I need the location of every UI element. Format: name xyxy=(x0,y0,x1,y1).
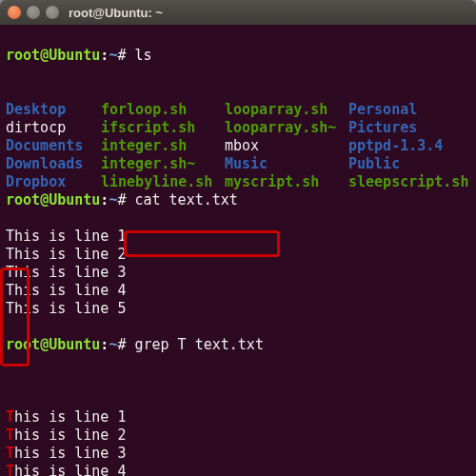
ls-entry: Music xyxy=(225,155,268,172)
ls-entry: linebyline.sh xyxy=(101,173,212,190)
prompt-user: root xyxy=(6,47,40,64)
cat-line: This is line 2 xyxy=(6,246,470,264)
cat-line: This is line 4 xyxy=(6,282,470,300)
prompt-line-1: root@Ubuntu:~# ls xyxy=(6,47,470,65)
ls-entry: looparray.sh xyxy=(225,101,327,118)
ls-entry: dirtocp xyxy=(6,119,66,136)
cat-line: This is line 1 xyxy=(6,228,470,246)
ls-entry: Documents xyxy=(6,137,83,154)
terminal-body[interactable]: root@Ubuntu:~# ls DesktopdirtocpDocument… xyxy=(0,25,476,476)
ls-entry: ifscript.sh xyxy=(101,119,195,136)
grep-line: This is line 2 xyxy=(6,426,470,445)
ls-entry: integer.sh~ xyxy=(101,155,195,172)
ls-entry: Public xyxy=(348,155,400,172)
ls-entry: Dropbox xyxy=(6,173,66,190)
cat-line: This is line 5 xyxy=(6,300,470,318)
ls-output: DesktopdirtocpDocumentsDownloadsDropboxf… xyxy=(6,83,476,191)
window-buttons xyxy=(8,6,59,19)
titlebar[interactable]: root@Ubuntu: ~ xyxy=(0,0,476,25)
grep-line: This is line 3 xyxy=(6,445,470,463)
grep-match: T xyxy=(6,426,14,444)
grep-match: T xyxy=(6,408,14,426)
ls-entry: Downloads xyxy=(6,155,83,172)
grep-match: T xyxy=(6,445,14,462)
command-ls: ls xyxy=(134,47,151,64)
cat-output: This is line 1This is line 2This is line… xyxy=(6,228,470,318)
minimize-icon[interactable] xyxy=(27,6,40,19)
prompt-line-3: root@Ubuntu:~# grep T text.txt xyxy=(6,336,470,354)
terminal-window: root@Ubuntu: ~ root@Ubuntu:~# ls Desktop… xyxy=(0,0,476,476)
ls-entry: looparray.sh~ xyxy=(225,119,336,136)
prompt-line-2: root@Ubuntu:~# cat text.txt xyxy=(6,191,470,209)
grep-line: This is line 1 xyxy=(6,408,470,426)
ls-entry: Pictures xyxy=(348,119,417,136)
ls-entry: forloop.sh xyxy=(101,101,187,118)
grep-match: T xyxy=(6,463,14,476)
ls-entry: integer.sh xyxy=(101,137,187,154)
grep-line: This is line 4 xyxy=(6,463,470,476)
prompt-host: Ubuntu xyxy=(49,47,100,64)
ls-entry: myscript.sh xyxy=(225,173,319,190)
ls-entry: Desktop xyxy=(6,101,66,118)
command-cat: cat text.txt xyxy=(134,191,237,208)
ls-entry: pptpd-1.3.4 xyxy=(348,137,443,154)
window-title: root@Ubuntu: ~ xyxy=(69,6,163,20)
maximize-icon[interactable] xyxy=(46,6,59,19)
grep-output: This is line 1This is line 2This is line… xyxy=(6,408,470,476)
ls-entry: sleepscript.sh xyxy=(348,173,468,190)
cat-line: This is line 3 xyxy=(6,264,470,282)
ls-entry: Personal xyxy=(348,101,417,118)
ls-entry: mbox xyxy=(225,137,259,154)
command-grep: grep T text.txt xyxy=(134,336,263,353)
close-icon[interactable] xyxy=(8,6,21,19)
